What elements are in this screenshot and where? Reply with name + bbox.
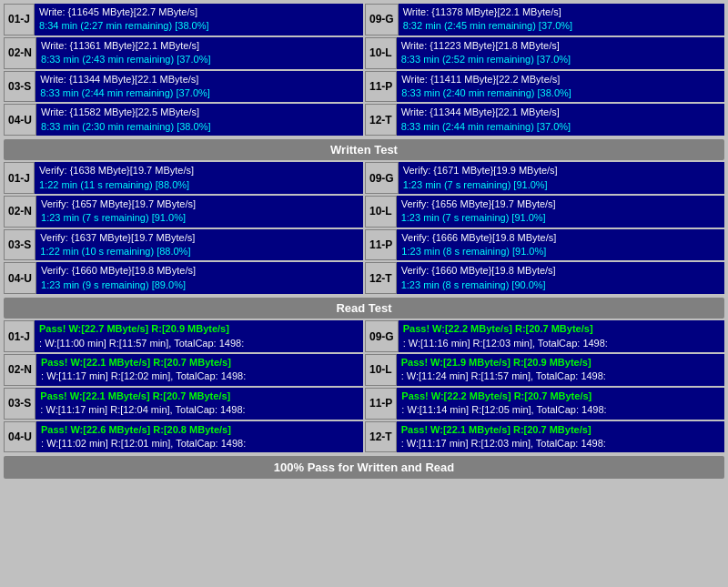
drive-line2: 8:33 min (2:40 min remaining) [38.0%] (401, 86, 720, 100)
read-test-section: Read Test 01-JPass! W:[22.7 MByte/s] R:[… (4, 298, 724, 452)
drive-id-12-t: 12-T (365, 262, 397, 294)
drive-cell-09-g: 09-GWrite: {11378 MByte}[22.1 MByte/s]8:… (365, 4, 724, 35)
drive-info-03-s: Verify: {1637 MByte}[19.7 MByte/s]1:22 m… (35, 229, 363, 261)
drive-id-03-s: 03-S (4, 71, 35, 103)
drive-cell-11-p: 11-PWrite: {11411 MByte}[22.2 MByte/s]8:… (365, 71, 724, 103)
drive-id-04-u: 04-U (4, 421, 36, 453)
drive-line2: : W:[11:17 min] R:[12:03 min], TotalCap:… (401, 437, 720, 450)
drive-info-01-j: Write: {11645 MByte}[22.7 MByte/s]8:34 m… (35, 4, 363, 35)
drive-line2: 1:23 min (8 s remaining) [90.0%] (401, 278, 720, 292)
drive-line1: Verify: {1638 MByte}[19.7 MByte/s] (39, 164, 359, 177)
drive-id-03-s: 03-S (4, 388, 35, 420)
drive-line2: 1:23 min (7 s remaining) [91.0%] (41, 211, 359, 225)
drive-cell-03-s: 03-SVerify: {1637 MByte}[19.7 MByte/s]1:… (4, 229, 363, 261)
drive-cell-10-l: 10-LWrite: {11223 MByte}[21.8 MByte/s]8:… (365, 37, 724, 69)
drive-line1: Pass! W:[22.1 MByte/s] R:[20.7 MByte/s] (40, 390, 359, 403)
drive-id-09-g: 09-G (365, 320, 399, 352)
drive-cell-01-j: 01-JWrite: {11645 MByte}[22.7 MByte/s]8:… (4, 4, 363, 35)
drive-line2: : W:[11:00 min] R:[11:57 min], TotalCap:… (39, 337, 359, 350)
drive-info-03-s: Pass! W:[22.1 MByte/s] R:[20.7 MByte/s]:… (35, 388, 363, 420)
drive-cell-11-p: 11-PPass! W:[22.2 MByte/s] R:[20.7 MByte… (365, 388, 724, 420)
write-test-header: Written Test (4, 139, 724, 160)
drive-info-10-l: Pass! W:[21.9 MByte/s] R:[20.9 MByte/s]:… (397, 354, 724, 386)
drive-cell-12-t: 12-TVerify: {1660 MByte}[19.8 MByte/s]1:… (365, 262, 724, 294)
drive-id-01-j: 01-J (4, 320, 35, 352)
drive-line2: : W:[11:14 min] R:[12:05 min], TotalCap:… (401, 403, 720, 417)
drive-line1: Verify: {1660 MByte}[19.8 MByte/s] (401, 264, 720, 278)
drive-cell-02-n: 02-NVerify: {1657 MByte}[19.7 MByte/s]1:… (4, 196, 363, 228)
drive-cell-12-t: 12-TWrite: {11344 MByte}[22.1 MByte/s]8:… (365, 104, 724, 136)
drive-info-11-p: Write: {11411 MByte}[22.2 MByte/s]8:33 m… (397, 71, 724, 103)
drive-line1: Write: {11344 MByte}[22.1 MByte/s] (40, 73, 359, 86)
drive-line1: Pass! W:[22.1 MByte/s] R:[20.7 MByte/s] (41, 356, 359, 369)
drive-line1: Pass! W:[22.6 MByte/s] R:[20.8 MByte/s] (41, 423, 359, 437)
drive-id-03-s: 03-S (4, 229, 35, 261)
drive-cell-11-p: 11-PVerify: {1666 MByte}[19.8 MByte/s]1:… (365, 229, 724, 261)
drive-info-02-n: Verify: {1657 MByte}[19.7 MByte/s]1:23 m… (36, 196, 363, 228)
drive-line2: 1:22 min (11 s remaining) [88.0%] (39, 178, 359, 192)
drive-line1: Verify: {1656 MByte}[19.7 MByte/s] (401, 197, 720, 211)
drive-line2: : W:[11:24 min] R:[11:57 min], TotalCap:… (401, 369, 720, 383)
drive-line1: Write: {11361 MByte}[22.1 MByte/s] (41, 39, 359, 53)
drive-id-10-l: 10-L (365, 354, 397, 386)
drive-info-11-p: Pass! W:[22.2 MByte/s] R:[20.7 MByte/s]:… (397, 388, 724, 420)
drive-info-03-s: Write: {11344 MByte}[22.1 MByte/s]8:33 m… (35, 71, 363, 103)
drive-cell-12-t: 12-TPass! W:[22.1 MByte/s] R:[20.7 MByte… (365, 421, 724, 453)
drive-id-01-j: 01-J (4, 162, 35, 194)
drive-line1: Verify: {1666 MByte}[19.8 MByte/s] (401, 231, 720, 245)
drive-id-11-p: 11-P (365, 388, 397, 420)
drive-line1: Write: {11344 MByte}[22.1 MByte/s] (401, 106, 720, 119)
drive-cell-03-s: 03-SWrite: {11344 MByte}[22.1 MByte/s]8:… (4, 71, 363, 103)
drive-info-04-u: Write: {11582 MByte}[22.5 MByte/s]8:33 m… (36, 104, 363, 136)
drive-cell-10-l: 10-LVerify: {1656 MByte}[19.7 MByte/s]1:… (365, 196, 724, 228)
drive-id-11-p: 11-P (365, 229, 397, 261)
drive-line2: : W:[11:16 min] R:[12:03 min], TotalCap:… (403, 337, 720, 350)
drive-line1: Verify: {1671 MByte}[19.9 MByte/s] (403, 164, 720, 177)
drive-id-12-t: 12-T (365, 421, 397, 453)
drive-id-04-u: 04-U (4, 104, 36, 136)
drive-line2: : W:[11:17 min] R:[12:02 min], TotalCap:… (41, 369, 359, 383)
drive-cell-01-j: 01-JPass! W:[22.7 MByte/s] R:[20.9 MByte… (4, 320, 363, 352)
write-test-grid: 01-JWrite: {11645 MByte}[22.7 MByte/s]8:… (4, 4, 724, 136)
drive-info-02-n: Write: {11361 MByte}[22.1 MByte/s]8:33 m… (36, 37, 363, 69)
drive-line1: Pass! W:[21.9 MByte/s] R:[20.9 MByte/s] (401, 356, 720, 369)
drive-line2: 1:23 min (7 s remaining) [91.0%] (401, 211, 720, 225)
drive-info-02-n: Pass! W:[22.1 MByte/s] R:[20.7 MByte/s]:… (36, 354, 363, 386)
drive-line2: 1:22 min (10 s remaining) [88.0%] (40, 245, 359, 258)
drive-cell-04-u: 04-UVerify: {1660 MByte}[19.8 MByte/s]1:… (4, 262, 363, 294)
write-test-section: 01-JWrite: {11645 MByte}[22.7 MByte/s]8:… (4, 4, 724, 160)
drive-cell-03-s: 03-SPass! W:[22.1 MByte/s] R:[20.7 MByte… (4, 388, 363, 420)
drive-line1: Verify: {1637 MByte}[19.7 MByte/s] (40, 231, 359, 245)
drive-id-12-t: 12-T (365, 104, 397, 136)
drive-line2: 8:32 min (2:45 min remaining) [37.0%] (403, 19, 720, 33)
drive-line2: : W:[11:02 min] R:[12:01 min], TotalCap:… (41, 437, 359, 450)
drive-id-01-j: 01-J (4, 4, 35, 35)
drive-id-04-u: 04-U (4, 262, 36, 294)
drive-line1: Verify: {1660 MByte}[19.8 MByte/s] (41, 264, 359, 278)
drive-line1: Pass! W:[22.2 MByte/s] R:[20.7 MByte/s] (403, 322, 720, 336)
drive-line1: Verify: {1657 MByte}[19.7 MByte/s] (41, 197, 359, 211)
drive-cell-02-n: 02-NPass! W:[22.1 MByte/s] R:[20.7 MByte… (4, 354, 363, 386)
drive-info-12-t: Pass! W:[22.1 MByte/s] R:[20.7 MByte/s]:… (397, 421, 724, 453)
drive-cell-04-u: 04-UWrite: {11582 MByte}[22.5 MByte/s]8:… (4, 104, 363, 136)
drive-line2: 8:33 min (2:44 min remaining) [37.0%] (40, 86, 359, 100)
drive-line1: Pass! W:[22.7 MByte/s] R:[20.9 MByte/s] (39, 322, 359, 336)
drive-info-11-p: Verify: {1666 MByte}[19.8 MByte/s]1:23 m… (397, 229, 724, 261)
drive-line2: 1:23 min (9 s remaining) [89.0%] (41, 278, 359, 292)
drive-info-01-j: Pass! W:[22.7 MByte/s] R:[20.9 MByte/s]:… (35, 320, 363, 352)
drive-line1: Write: {11378 MByte}[22.1 MByte/s] (403, 5, 720, 19)
drive-line1: Pass! W:[22.2 MByte/s] R:[20.7 MByte/s] (401, 390, 720, 403)
drive-id-11-p: 11-P (365, 71, 397, 103)
drive-line1: Pass! W:[22.1 MByte/s] R:[20.7 MByte/s] (401, 423, 720, 437)
drive-info-09-g: Write: {11378 MByte}[22.1 MByte/s]8:32 m… (399, 4, 724, 35)
read-test-grid: 01-JPass! W:[22.7 MByte/s] R:[20.9 MByte… (4, 320, 724, 452)
drive-id-10-l: 10-L (365, 196, 397, 228)
drive-id-09-g: 09-G (365, 4, 399, 35)
footer-status: 100% Pass for Written and Read (4, 456, 724, 479)
drive-id-02-n: 02-N (4, 354, 36, 386)
drive-line1: Write: {11582 MByte}[22.5 MByte/s] (41, 106, 359, 119)
drive-line1: Write: {11411 MByte}[22.2 MByte/s] (401, 73, 720, 86)
drive-line2: 8:33 min (2:43 min remaining) [37.0%] (41, 53, 359, 66)
drive-cell-04-u: 04-UPass! W:[22.6 MByte/s] R:[20.8 MByte… (4, 421, 363, 453)
main-container: 01-JWrite: {11645 MByte}[22.7 MByte/s]8:… (0, 0, 728, 482)
